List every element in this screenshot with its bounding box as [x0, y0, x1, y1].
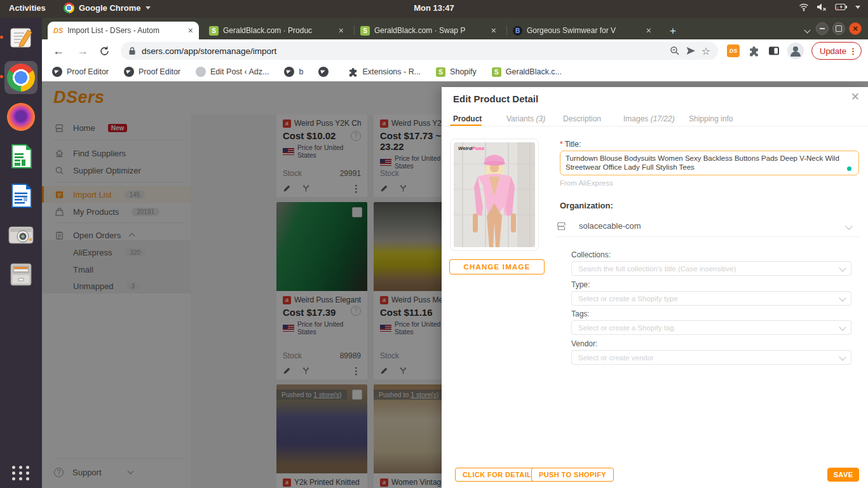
dock-text-editor[interactable] [4, 22, 37, 55]
grammarly-dot-icon[interactable] [847, 166, 851, 171]
clock[interactable]: Mon 13:47 [414, 3, 454, 13]
store-select[interactable]: solacecable-com [556, 215, 859, 237]
click-for-details-button[interactable]: CLICK FOR DETAILS [455, 468, 544, 482]
type-input[interactable] [571, 291, 851, 306]
organization-label: Organization: [560, 201, 613, 210]
activities-button[interactable]: Activities [9, 3, 46, 13]
volume-muted-icon [817, 3, 827, 11]
tab-geraldblack-products[interactable]: S GeraldBlack.com · Produc × [203, 22, 349, 39]
app-menu[interactable]: Google Chrome [64, 3, 151, 13]
tags-input[interactable] [571, 320, 851, 335]
dock-app-grid[interactable] [12, 466, 31, 480]
update-button[interactable]: Update ⋮ [811, 42, 862, 60]
caret-down-icon [855, 6, 860, 9]
brand-watermark: WeirdPuss [458, 146, 484, 151]
dock-archive-manager[interactable] [4, 258, 37, 291]
dock [0, 18, 42, 488]
extensions-puzzle-icon[interactable] [749, 46, 759, 57]
tab-variants[interactable]: Variants (3) [506, 114, 545, 123]
url-text: dsers.com/app/storemanage/import [142, 46, 664, 56]
globe-icon [124, 67, 134, 77]
source-link[interactable]: From AliExpress [560, 179, 613, 187]
tab-close-icon[interactable]: × [188, 26, 193, 35]
back-button[interactable]: ← [51, 44, 66, 58]
bookmark-b[interactable]: b [284, 67, 303, 77]
divider [442, 126, 868, 126]
product-photo-card: WeirdPuss [450, 139, 539, 251]
title-input[interactable]: Turndown Blouse Bodysuits Women Sexy Bac… [560, 151, 859, 175]
chrome-icon [64, 3, 74, 13]
screen: Activities Google Chrome Mon 13:47 DS Im… [0, 0, 868, 488]
tab-description[interactable]: Description [563, 114, 601, 123]
change-image-button[interactable]: CHANGE IMAGE [449, 259, 545, 274]
zoom-icon[interactable] [670, 46, 680, 56]
tab-close-icon[interactable]: × [646, 26, 651, 35]
product-photo: WeirdPuss [454, 142, 535, 247]
store-icon [556, 221, 567, 231]
dsers-extension-icon[interactable]: DS [727, 44, 740, 57]
tab-images[interactable]: Images (17/22) [623, 114, 675, 123]
dock-firefox[interactable] [4, 100, 37, 133]
collections-input[interactable] [571, 261, 851, 276]
web-icon [196, 67, 206, 77]
push-to-shopify-button[interactable]: PUSH TO SHOPIFY [531, 468, 614, 482]
bookmark-shopify[interactable]: SShopify [436, 67, 477, 77]
tab-label: Gorgeous Swimwear for V [527, 26, 642, 35]
collections-label: Collections: [571, 250, 611, 259]
tab-close-icon[interactable]: × [491, 26, 496, 35]
reload-button[interactable] [99, 46, 114, 57]
shopify-icon: S [492, 67, 501, 77]
vendor-input[interactable] [571, 350, 851, 365]
profile-avatar[interactable] [787, 43, 804, 59]
dock-libreoffice-calc[interactable] [4, 140, 37, 173]
bookmark-proof-editor-1[interactable]: Proof Editor [52, 67, 109, 77]
new-tab-button[interactable]: + [666, 24, 680, 38]
title-label: *Title: [560, 140, 581, 149]
tab-dsers-import-list[interactable]: DS Import List - DSers - Autom × [48, 22, 199, 39]
close-icon[interactable]: ✕ [851, 90, 860, 104]
lock-icon [128, 46, 136, 55]
browser-menu-icon[interactable]: ⋮ [849, 46, 857, 56]
tab-gorgeous-swimwear[interactable]: B Gorgeous Swimwear for V × [507, 22, 657, 39]
bookmark-star-icon[interactable]: ☆ [702, 45, 710, 57]
tab-shipping-info[interactable]: Shipping info [689, 114, 733, 123]
window-maximize-button[interactable] [832, 22, 845, 35]
dock-libreoffice-writer[interactable] [4, 179, 37, 212]
save-button[interactable]: SAVE [827, 468, 859, 482]
globe-icon [318, 67, 329, 77]
tab-label: GeraldBlack.com · Produc [223, 26, 334, 35]
tab-label: GeraldBlack.com · Swap P [374, 26, 487, 35]
chevron-down-icon [845, 222, 852, 229]
vendor-select[interactable] [571, 350, 851, 365]
tab-product[interactable]: Product [453, 114, 482, 123]
system-tray[interactable] [799, 3, 860, 11]
send-icon[interactable] [686, 46, 696, 56]
window-close-button[interactable]: ✕ [849, 22, 862, 35]
window-minimize-button[interactable] [816, 22, 829, 35]
tab-search-caret-icon[interactable] [805, 25, 810, 37]
tab-geraldblack-swap[interactable]: S GeraldBlack.com · Swap P × [355, 22, 502, 39]
address-bar[interactable]: dsers.com/app/storemanage/import ☆ [121, 42, 718, 60]
update-label: Update [820, 46, 846, 56]
ubuntu-topbar: Activities Google Chrome Mon 13:47 [0, 0, 868, 18]
bookmark-edit-post[interactable]: Edit Post ‹ Adz... [196, 67, 269, 77]
tab-close-icon[interactable]: × [339, 26, 344, 35]
bookmarks-bar: Proof Editor Proof Editor Edit Post ‹ Ad… [42, 62, 868, 81]
bookmark-geraldblack[interactable]: SGeraldBlack.c... [492, 67, 562, 77]
type-select[interactable] [571, 291, 851, 306]
bookmark-unnamed[interactable] [318, 67, 333, 77]
dock-screenshot-tool[interactable] [4, 219, 37, 252]
bookmark-extensions[interactable]: Extensions - R... [348, 67, 421, 77]
bookmark-proof-editor-2[interactable]: Proof Editor [124, 67, 180, 77]
side-panel-icon[interactable] [768, 46, 780, 56]
tab-label: Import List - DSers - Autom [67, 26, 184, 35]
tags-select[interactable] [571, 320, 851, 335]
vendor-label: Vendor: [571, 339, 597, 348]
dock-google-chrome[interactable] [4, 61, 37, 94]
forward-button[interactable]: → [75, 44, 90, 58]
shopify-favicon: S [360, 26, 370, 36]
collections-select[interactable] [571, 261, 851, 276]
edit-product-modal: Edit Product Detail ✕ Product Variants (… [442, 87, 868, 488]
tags-label: Tags: [571, 309, 590, 318]
browser-toolbar: ← → dsers.com/app/storemanage/import ☆ D… [42, 39, 868, 62]
